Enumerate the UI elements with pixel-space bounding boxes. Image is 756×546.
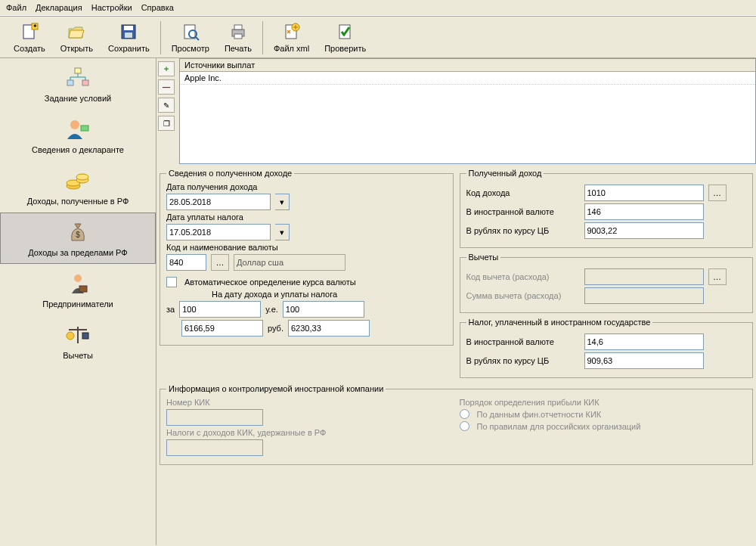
kik-radio-2[interactable] <box>460 421 469 431</box>
svg-point-27 <box>76 174 88 180</box>
preview-icon <box>180 21 201 42</box>
chevron-down-icon: ▾ <box>280 228 284 237</box>
tax-rub-input[interactable] <box>584 352 704 369</box>
businessman-icon <box>63 271 93 296</box>
svg-rect-11 <box>234 34 242 39</box>
save-button[interactable]: Сохранить <box>101 20 157 54</box>
date-received-dropdown[interactable]: ▾ <box>275 194 290 210</box>
tax-fieldset: Налог, уплаченный в иностранном государс… <box>460 318 754 378</box>
currency-name-display <box>234 254 345 271</box>
menu-settings[interactable]: Настройки <box>91 3 132 12</box>
menubar: Файл Декларация Настройки Справка <box>0 0 756 16</box>
coins-icon <box>63 168 93 194</box>
rub-label: руб. <box>268 324 284 333</box>
kik-radio-1-label: По данным фин.отчетности КИК <box>477 410 602 419</box>
kik-radio-1[interactable] <box>460 409 469 419</box>
auto-rate-label: Автоматическое определение курса валюты <box>184 278 356 287</box>
print-button[interactable]: Печать <box>217 20 259 54</box>
filexml-button[interactable]: Файл xml <box>266 20 317 54</box>
sidebar-item-deductions[interactable]: Вычеты <box>0 315 156 367</box>
tax-foreign-input[interactable] <box>584 333 704 350</box>
rate1-input[interactable] <box>181 320 263 337</box>
za-label: за <box>166 305 175 314</box>
ded-code-input <box>584 268 704 285</box>
add-source-button[interactable]: ＋ <box>158 61 175 76</box>
menu-help[interactable]: Справка <box>141 3 174 12</box>
received-rub-input[interactable] <box>584 222 704 239</box>
chevron-down-icon: ▾ <box>280 197 284 207</box>
sidebar-item-income-abroad[interactable]: $Доходы за пределами РФ <box>0 213 156 264</box>
currency-lookup-button[interactable]: … <box>211 254 229 271</box>
person-icon <box>63 116 93 142</box>
check-button[interactable]: Проверить <box>317 20 373 54</box>
date-tax-input[interactable] <box>166 224 271 240</box>
received-legend: Полученный доход <box>466 169 544 178</box>
svg-rect-15 <box>75 68 81 73</box>
new-file-icon: ✦ <box>19 21 40 42</box>
money-bag-icon: $ <box>63 219 93 245</box>
svg-line-8 <box>196 37 199 40</box>
plus-icon: ＋ <box>163 64 170 74</box>
ellipsis-icon: … <box>713 272 721 281</box>
edit-icon: ✎ <box>163 101 169 110</box>
ded-sum-input <box>584 287 704 304</box>
received-foreign-label: В иностранной валюте <box>466 207 580 216</box>
kik-taxes-label: Налоги с доходов КИК, удержанные в РФ <box>166 428 454 437</box>
menu-declaration[interactable]: Декларация <box>36 3 82 12</box>
income-code-input[interactable] <box>584 185 704 201</box>
per2-input[interactable] <box>283 301 364 318</box>
preview-button[interactable]: Просмотр <box>164 20 217 54</box>
deductions-legend: Вычеты <box>466 253 501 262</box>
currency-code-input[interactable] <box>166 254 206 271</box>
kik-taxes-input <box>166 439 263 456</box>
tax-rub-label: В рублях по курсу ЦБ <box>466 356 580 365</box>
sidebar-item-declarant[interactable]: Сведения о декларанте <box>0 110 156 161</box>
svg-rect-16 <box>67 80 73 85</box>
per1-input[interactable] <box>179 301 261 318</box>
date-received-input[interactable] <box>166 194 271 210</box>
svg-point-29 <box>74 275 82 282</box>
source-row[interactable]: Apple Inc. <box>180 72 755 85</box>
toolbar: ✦Создать Открыть Сохранить Просмотр Печа… <box>0 16 756 58</box>
date-tax-dropdown[interactable]: ▾ <box>275 224 290 240</box>
ded-code-lookup-button[interactable]: … <box>708 268 727 285</box>
income-code-lookup-button[interactable]: … <box>708 185 727 201</box>
sources-header: Источники выплат <box>180 59 755 72</box>
copy-source-button[interactable]: ❐ <box>158 116 175 131</box>
svg-text:✦: ✦ <box>32 23 37 29</box>
sources-list[interactable]: Источники выплат Apple Inc. <box>179 58 756 164</box>
sidebar-item-conditions[interactable]: Задание условий <box>0 58 156 110</box>
create-button[interactable]: ✦Создать <box>6 20 53 54</box>
remove-source-button[interactable]: — <box>158 79 175 95</box>
svg-point-22 <box>70 120 79 129</box>
menu-file[interactable]: Файл <box>6 3 26 12</box>
copy-icon: ❐ <box>163 119 170 128</box>
sidebar-item-entrepreneurs[interactable]: Предприниматели <box>0 264 156 315</box>
rate2-input[interactable] <box>288 320 370 337</box>
income-legend: Сведения о полученном доходе <box>166 169 294 178</box>
open-button[interactable]: Открыть <box>53 20 101 54</box>
received-foreign-input[interactable] <box>584 203 704 220</box>
svg-text:$: $ <box>76 231 80 239</box>
kik-radio-2-label: По правилам для российских организаций <box>477 422 641 431</box>
svg-rect-34 <box>82 333 88 339</box>
sidebar-item-income-rf[interactable]: Доходы, полученные в РФ <box>0 161 156 213</box>
printer-icon <box>228 21 249 42</box>
ded-code-label: Код вычета (расхода) <box>466 272 580 281</box>
date-received-label: Дата получения дохода <box>166 182 447 191</box>
currency-code-label: Код и наименование валюты <box>166 243 447 252</box>
tax-legend: Налог, уплаченный в иностранном государс… <box>466 318 653 327</box>
sources-panel: ＋ — ✎ ❐ Источники выплат Apple Inc. <box>156 58 756 164</box>
content: ＋ — ✎ ❐ Источники выплат Apple Inc. Свед… <box>156 58 756 545</box>
edit-source-button[interactable]: ✎ <box>158 98 175 113</box>
auto-rate-checkbox[interactable] <box>166 277 177 287</box>
svg-rect-10 <box>234 25 242 29</box>
sidebar: Задание условий Сведения о декларанте До… <box>0 58 156 545</box>
kik-legend: Информация о контролируемой иностранной … <box>166 384 386 393</box>
received-fieldset: Полученный доход Код дохода… В иностранн… <box>460 169 754 248</box>
xml-file-icon <box>281 21 302 42</box>
svg-rect-23 <box>81 126 88 131</box>
ellipsis-icon: … <box>216 258 225 267</box>
kik-num-input <box>166 409 263 426</box>
date-tax-label: Дата уплаты налога <box>166 213 447 222</box>
